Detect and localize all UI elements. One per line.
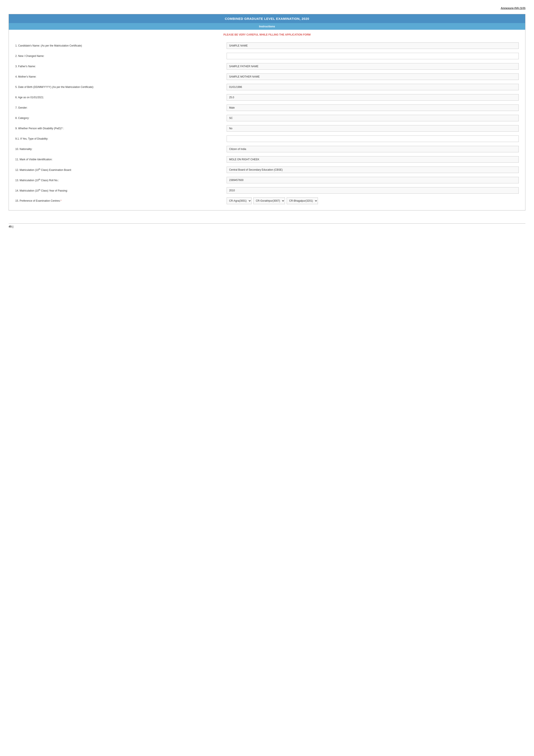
input-1[interactable] <box>227 42 519 49</box>
value-8 <box>227 115 519 121</box>
value-3 <box>227 63 519 69</box>
value-11 <box>227 156 519 163</box>
form-row-2: 2. New / Changed Name: <box>15 51 519 61</box>
form-body: 1. Candidate's Name: (As per the Matricu… <box>9 38 525 210</box>
select-centre-2[interactable]: CR-Gorakhpur(3007) <box>253 197 285 204</box>
label-9-1: 9.1. If Yes, Type of Disability: <box>15 137 227 141</box>
value-1 <box>227 42 519 49</box>
form-row-15: 15. Preference of Examination Centres:* … <box>15 196 519 206</box>
page-number: 45 <box>9 225 12 228</box>
form-row-3: 3. Father's Name: <box>15 61 519 71</box>
value-12 <box>227 167 519 173</box>
label-5: 5. Date of Birth (DD/MM/YYYY) (As per th… <box>15 85 227 89</box>
value-6 <box>227 94 519 101</box>
form-row-13: 13. Matriculation (10th Class) Roll No.: <box>15 175 519 185</box>
value-15: CR-Agra(3001) CR-Gorakhpur(3007) CR-Bhag… <box>227 197 519 204</box>
form-row-9-1: 9.1. If Yes, Type of Disability: <box>15 134 519 144</box>
form-row-12: 12. Matriculation (10th Class) Examinati… <box>15 165 519 175</box>
select-centre-1[interactable]: CR-Agra(3001) <box>227 197 252 204</box>
input-8[interactable] <box>227 115 519 121</box>
form-row-5: 5. Date of Birth (DD/MM/YYYY) (As per th… <box>15 82 519 92</box>
value-9-1 <box>227 136 519 142</box>
input-9[interactable] <box>227 125 519 132</box>
value-10 <box>227 146 519 152</box>
label-8: 8. Category: <box>15 116 227 120</box>
value-4 <box>227 73 519 80</box>
value-5 <box>227 84 519 90</box>
form-row-11: 11. Mark of Visible Identification: <box>15 154 519 165</box>
form-row-10: 10. Nationality: <box>15 144 519 154</box>
input-14[interactable] <box>227 187 519 194</box>
page-footer: 45 | <box>9 224 525 228</box>
label-3: 3. Father's Name: <box>15 65 227 68</box>
value-14 <box>227 187 519 194</box>
label-2: 2. New / Changed Name: <box>15 54 227 58</box>
label-14: 14. Matriculation (10th Class) Year of P… <box>15 189 227 193</box>
input-7[interactable] <box>227 104 519 111</box>
input-5[interactable] <box>227 84 519 90</box>
input-11[interactable] <box>227 156 519 163</box>
value-7 <box>227 104 519 111</box>
label-13: 13. Matriculation (10th Class) Roll No.: <box>15 178 227 182</box>
input-3[interactable] <box>227 63 519 69</box>
label-15: 15. Preference of Examination Centres:* <box>15 199 227 203</box>
value-2 <box>227 53 519 59</box>
form-row-7: 7. Gender: <box>15 102 519 113</box>
annexure-title: Annexure-IVA (1/3) <box>9 7 525 10</box>
warning-text: PLEASE BE VERY CAREFUL WHILE FILLING THE… <box>9 30 525 38</box>
input-9-1[interactable] <box>227 136 519 142</box>
label-7: 7. Gender: <box>15 106 227 110</box>
form-row-1: 1. Candidate's Name: (As per the Matricu… <box>15 40 519 51</box>
label-9: 9. Whether Person with Disability (PwD)?… <box>15 127 227 130</box>
main-form-container: COMBINED GRADUATE LEVEL EXAMINATION, 202… <box>9 14 525 210</box>
value-9 <box>227 125 519 132</box>
label-11: 11. Mark of Visible Identification: <box>15 158 227 161</box>
label-4: 4. Mother's Name: <box>15 75 227 79</box>
input-12[interactable] <box>227 167 519 173</box>
select-group-15: CR-Agra(3001) CR-Gorakhpur(3007) CR-Bhag… <box>227 197 519 204</box>
form-row-14: 14. Matriculation (10th Class) Year of P… <box>15 185 519 196</box>
value-13 <box>227 177 519 183</box>
label-12: 12. Matriculation (10th Class) Examinati… <box>15 168 227 172</box>
label-6: 6. Age as on 01/01/2021: <box>15 96 227 99</box>
form-row-6: 6. Age as on 01/01/2021: <box>15 92 519 102</box>
form-row-9: 9. Whether Person with Disability (PwD)?… <box>15 123 519 134</box>
label-10: 10. Nationality: <box>15 148 227 151</box>
input-2[interactable] <box>227 53 519 59</box>
main-header: COMBINED GRADUATE LEVEL EXAMINATION, 202… <box>9 14 525 23</box>
label-1: 1. Candidate's Name: (As per the Matricu… <box>15 44 227 48</box>
input-10[interactable] <box>227 146 519 152</box>
input-13[interactable] <box>227 177 519 183</box>
form-row-8: 8. Category: <box>15 113 519 123</box>
input-4[interactable] <box>227 73 519 80</box>
input-6[interactable] <box>227 94 519 101</box>
form-row-4: 4. Mother's Name: <box>15 71 519 82</box>
select-centre-3[interactable]: CR-Bhagalpur(3201) <box>287 197 318 204</box>
sub-header: Instructions <box>9 23 525 30</box>
